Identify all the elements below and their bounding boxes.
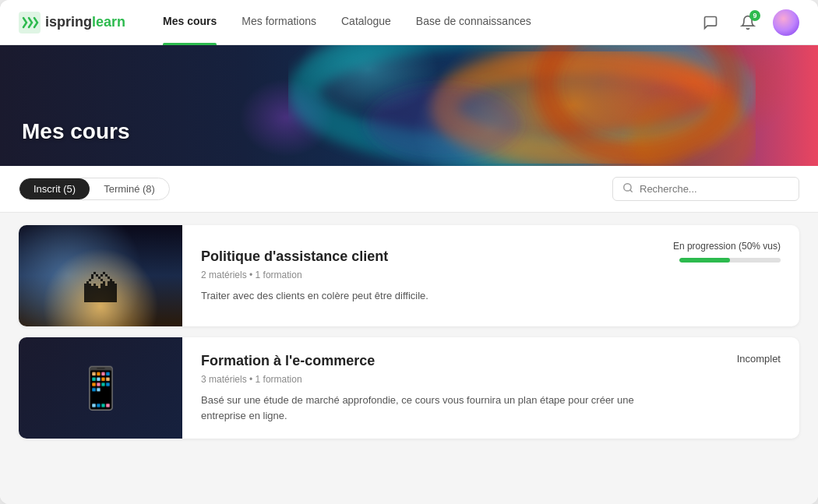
course-desc-assistance: Traiter avec des clients en colère peut …: [201, 288, 636, 304]
course-card-ecommerce[interactable]: Formation à l'e-commerce 3 matériels • 1…: [19, 337, 799, 439]
hero-title: Mes cours: [22, 119, 130, 144]
course-meta-ecommerce: 3 matériels • 1 formation: [201, 374, 656, 385]
course-meta-assistance: 2 matériels • 1 formation: [201, 270, 636, 280]
tab-inscrit[interactable]: Inscrit (5): [19, 178, 90, 199]
course-list: Politique d'assistance client 2 matériel…: [0, 213, 818, 451]
hero-banner: Mes cours: [0, 45, 818, 166]
logo-icon: [19, 12, 41, 33]
nav-base-connaissances[interactable]: Base de connaissances: [416, 15, 531, 30]
nav-catalogue[interactable]: Catalogue: [341, 15, 391, 30]
progress-fill-assistance: [679, 258, 730, 263]
search-icon: [622, 182, 633, 196]
hero-swirl-decoration: [288, 45, 756, 166]
tab-termine[interactable]: Terminé (8): [90, 178, 169, 199]
navbar: ispringlearn Mes cours Mes formations Ca…: [0, 0, 818, 45]
status-incomplete-ecommerce: Incomplet: [737, 353, 781, 365]
avatar-image: [773, 9, 799, 36]
tab-group: Inscrit (5) Terminé (8): [19, 178, 170, 200]
nav-mes-formations[interactable]: Mes formations: [242, 15, 316, 30]
nav-actions: 9: [698, 9, 799, 36]
notifications-button[interactable]: 9: [735, 10, 760, 35]
course-status-assistance: En progression (50% vus): [654, 225, 799, 326]
chat-icon: [703, 15, 718, 30]
course-desc-ecommerce: Basé sur une étude de marché approfondie…: [201, 393, 656, 423]
chat-button[interactable]: [698, 10, 723, 35]
course-info-ecommerce: Formation à l'e-commerce 3 matériels • 1…: [182, 337, 675, 439]
filter-bar: Inscrit (5) Terminé (8): [0, 166, 818, 213]
status-label-assistance: En progression (50% vus): [673, 241, 781, 252]
course-thumb-assistance: [19, 225, 182, 326]
logo[interactable]: ispringlearn: [19, 12, 125, 33]
course-card-assistance[interactable]: Politique d'assistance client 2 matériel…: [19, 225, 799, 326]
logo-text: ispringlearn: [45, 14, 125, 30]
nav-links: Mes cours Mes formations Catalogue Base …: [163, 15, 698, 30]
search-input[interactable]: [640, 183, 789, 195]
nav-mes-cours[interactable]: Mes cours: [163, 15, 217, 30]
course-info-assistance: Politique d'assistance client 2 matériel…: [182, 225, 654, 326]
progress-bar-assistance: [679, 258, 781, 263]
avatar[interactable]: [773, 9, 799, 36]
app-window: ispringlearn Mes cours Mes formations Ca…: [0, 0, 818, 504]
search-box: [612, 177, 799, 201]
course-thumb-ecommerce: [19, 337, 182, 439]
course-status-ecommerce: Incomplet: [675, 337, 799, 439]
notification-badge: 9: [749, 10, 760, 21]
main-content: Inscrit (5) Terminé (8) Politi: [0, 166, 818, 504]
course-title-assistance: Politique d'assistance client: [201, 248, 636, 265]
svg-point-4: [366, 84, 522, 162]
course-title-ecommerce: Formation à l'e-commerce: [201, 353, 656, 369]
